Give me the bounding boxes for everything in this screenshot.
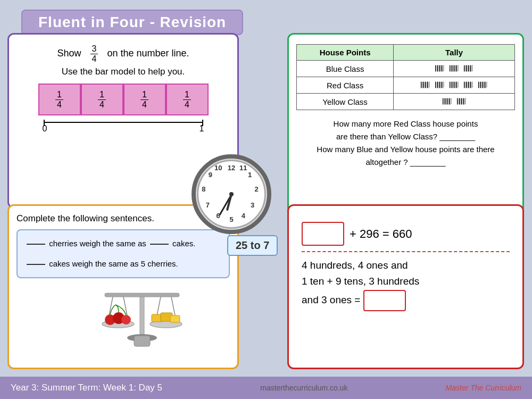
table-row: Blue Class 𝄃𝄃𝄃𝄃𝄄 𝄃𝄃𝄃𝄃𝄄 𝄃𝄃𝄃𝄃𝄄: [297, 61, 515, 77]
dashed-divider: [302, 251, 510, 252]
box4-text: 4 hundreds, 4 ones and 1 ten + 9 tens, 3…: [296, 257, 515, 311]
equation-row-1: + 296 = 660: [296, 222, 515, 246]
clock-num-4: 4: [242, 211, 245, 219]
bar-cell-4: 14: [166, 84, 209, 115]
clock-face: 12 1 2 3 4 5 6 7 8 9 10 11: [192, 154, 271, 234]
page-title: Fluent in Four - Revision: [38, 14, 226, 31]
eq1-text: + 296 = 660: [350, 227, 412, 241]
blank-1: [27, 244, 45, 245]
svg-rect-0: [140, 294, 144, 337]
tally-yellow: 𝄃𝄃𝄃𝄃𝄄 𝄃𝄃𝄃𝄃𝄄: [394, 94, 515, 110]
clock-inner: 12 1 2 3 4 5 6 7 8 9 10 11: [197, 160, 266, 229]
clock-num-3: 3: [251, 201, 254, 209]
text1: 4 hundreds, 4 ones and: [302, 260, 408, 271]
footer-left: Year 3: Summer Term: Week 1: Day 5: [11, 383, 162, 393]
box-1-content: Show 3 4 on the number line. Use the bar…: [16, 44, 230, 134]
clock-num-12: 12: [228, 164, 235, 172]
clock-num-2: 2: [254, 185, 258, 193]
bar-model: 14 14 14 14: [38, 84, 209, 115]
scales-image: [94, 278, 190, 363]
class-red-label: Red Class: [297, 77, 394, 94]
clock-container: 12 1 2 3 4 5 6 7 8 9 10 11: [192, 154, 277, 239]
footer: Year 3: Summer Term: Week 1: Day 5 maste…: [0, 377, 532, 399]
answer-box-2[interactable]: [363, 290, 406, 311]
tally-table: House Points Tally Blue Class 𝄃𝄃𝄃𝄃𝄄 𝄃𝄃𝄃𝄃…: [296, 44, 515, 110]
clock-center-dot: [229, 192, 234, 196]
table-row: Yellow Class 𝄃𝄃𝄃𝄃𝄄 𝄃𝄃𝄃𝄃𝄄: [297, 94, 515, 110]
text3: and 3 ones =: [302, 294, 360, 305]
q1-line2: are there than Yellow Class? ________: [296, 130, 515, 143]
footer-right: Master The Curriculum: [446, 384, 521, 392]
svg-point-12: [121, 315, 131, 325]
blank-2: [150, 244, 169, 245]
number-line: 0 1: [38, 122, 209, 134]
q2-line1: How many Blue and Yellow house points ar…: [296, 143, 515, 156]
clock-num-5: 5: [229, 215, 233, 223]
bar-cell-3: 14: [123, 84, 166, 115]
q1-line1: How many more Red Class house points: [296, 118, 515, 130]
fraction-display: 3 4: [90, 44, 98, 63]
class-yellow-label: Yellow Class: [297, 94, 394, 110]
table-row: Red Class 𝄃𝄃𝄃𝄃𝄄 𝄃𝄃𝄃𝄃𝄄 𝄃𝄃𝄃𝄃𝄄 𝄃𝄃𝄃𝄃𝄄 𝄃𝄃𝄃𝄃𝄄: [297, 77, 515, 94]
box-4: + 296 = 660 4 hundreds, 4 ones and 1 ten…: [287, 204, 524, 369]
clock-num-11: 11: [239, 164, 247, 172]
clock-num-9: 9: [209, 170, 212, 178]
answer-box-1[interactable]: [302, 222, 344, 246]
clock-num-10: 10: [214, 164, 222, 172]
title-bar: Fluent in Four - Revision: [21, 10, 243, 35]
svg-rect-3: [105, 293, 179, 297]
clock-num-7: 7: [206, 201, 210, 209]
number-line-labels: 0 1: [38, 124, 209, 134]
bar-cell-2: 14: [81, 84, 123, 115]
box-2: House Points Tally Blue Class 𝄃𝄃𝄃𝄃𝄄 𝄃𝄃𝄃𝄃…: [287, 33, 524, 214]
tally-blue: 𝄃𝄃𝄃𝄃𝄄 𝄃𝄃𝄃𝄃𝄄 𝄃𝄃𝄃𝄃𝄄: [394, 61, 515, 77]
sentence-2: cakes weigh the same as 5 cherries.: [25, 256, 221, 272]
q2-line2: altogether ? ________: [296, 156, 515, 169]
box2-questions: How many more Red Class house points are…: [296, 118, 515, 169]
col-tally: Tally: [394, 45, 515, 61]
svg-rect-2: [134, 336, 150, 346]
svg-rect-15: [170, 315, 180, 322]
class-blue-label: Blue Class: [297, 61, 394, 77]
scales-svg: [94, 278, 190, 361]
box1-instruction: Show 3 4 on the number line.: [16, 44, 230, 63]
number-line-rule: [44, 122, 203, 123]
time-label: 25 to 7: [227, 235, 278, 256]
bar-cell-1: 14: [38, 84, 81, 115]
text2: 1 ten + 9 tens, 3 hundreds: [302, 276, 419, 287]
clock-num-8: 8: [202, 185, 205, 193]
tally-red: 𝄃𝄃𝄃𝄃𝄄 𝄃𝄃𝄃𝄃𝄄 𝄃𝄃𝄃𝄃𝄄 𝄃𝄃𝄃𝄃𝄄 𝄃𝄃𝄃𝄃𝄄: [394, 77, 515, 94]
footer-center: masterthecurriculum.co.uk: [260, 384, 347, 392]
col-house-points: House Points: [297, 45, 394, 61]
clock-num-1: 1: [248, 170, 252, 178]
blank-3: [27, 264, 45, 265]
box1-hint: Use the bar model to help you.: [16, 66, 230, 77]
